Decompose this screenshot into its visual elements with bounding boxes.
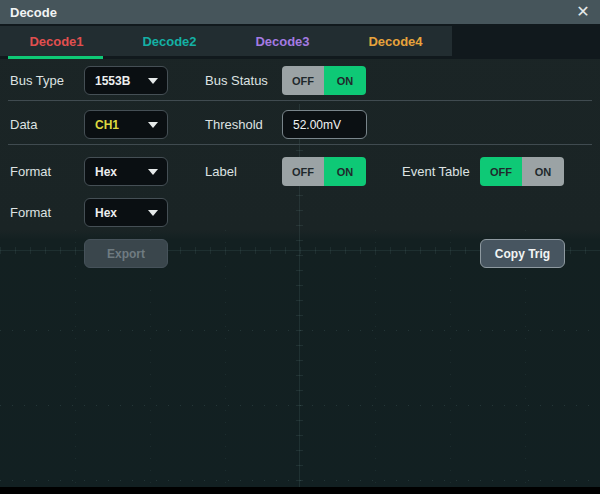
copy-trig-button[interactable]: Copy Trig <box>480 239 565 268</box>
tab-label: Decode2 <box>142 34 196 49</box>
data-dropdown[interactable]: CH1 <box>84 110 168 139</box>
row-divider <box>8 144 592 145</box>
row-divider <box>8 100 592 101</box>
label-toggle-label: Label <box>205 157 237 186</box>
chevron-down-icon <box>148 122 158 128</box>
label-toggle: OFF ON <box>282 157 366 186</box>
format2-dropdown[interactable]: Hex <box>84 198 168 227</box>
graticule-grid-line <box>0 480 600 481</box>
bus-status-off-option[interactable]: OFF <box>282 66 324 95</box>
data-value: CH1 <box>95 118 119 132</box>
graticule-grid-line <box>225 230 226 487</box>
event-table-toggle: OFF ON <box>480 157 564 186</box>
tab-decode2[interactable]: Decode2 <box>113 26 226 56</box>
data-label: Data <box>10 110 37 139</box>
bus-status-toggle: OFF ON <box>282 66 366 95</box>
threshold-value: 52.00mV <box>293 118 341 132</box>
tab-decode3[interactable]: Decode3 <box>226 26 339 56</box>
graticule-grid-line <box>375 230 376 487</box>
window-title: Decode <box>10 5 57 20</box>
graticule-vertical-ticks <box>296 150 303 487</box>
label-off-option[interactable]: OFF <box>282 157 324 186</box>
graticule-grid-line <box>450 230 451 487</box>
bus-type-label: Bus Type <box>10 66 64 95</box>
chevron-down-icon <box>148 210 158 216</box>
event-table-off-option[interactable]: OFF <box>480 157 522 186</box>
title-bar: Decode ✕ <box>0 0 600 24</box>
bus-status-on-option[interactable]: ON <box>324 66 366 95</box>
tab-label: Decode1 <box>29 34 83 49</box>
tab-label: Decode4 <box>368 34 422 49</box>
label-on-option[interactable]: ON <box>324 157 366 186</box>
decode-menu-window: Decode ✕ Decode1Decode2Decode3Decode4 Bu… <box>0 0 600 494</box>
bottom-edge-bar <box>0 487 600 494</box>
tab-row: Decode1Decode2Decode3Decode4 <box>0 24 600 59</box>
graticule-grid-line <box>0 405 600 406</box>
graticule-grid-line <box>75 230 76 487</box>
chevron-down-icon <box>148 169 158 175</box>
event-table-on-option[interactable]: ON <box>522 157 564 186</box>
export-button[interactable]: Export <box>84 239 168 268</box>
bus-status-label: Bus Status <box>205 66 268 95</box>
threshold-label: Threshold <box>205 110 263 139</box>
bus-type-dropdown[interactable]: 1553B <box>84 66 168 95</box>
bus-type-value: 1553B <box>95 74 130 88</box>
close-button[interactable]: ✕ <box>572 2 594 22</box>
format2-value: Hex <box>95 206 117 220</box>
close-icon: ✕ <box>576 4 589 20</box>
chevron-down-icon <box>148 78 158 84</box>
tab-label: Decode3 <box>255 34 309 49</box>
format-value: Hex <box>95 165 117 179</box>
event-table-label: Event Table <box>402 157 470 186</box>
format-label: Format <box>10 157 51 186</box>
format2-label: Format <box>10 198 51 227</box>
graticule-grid-line <box>0 330 600 331</box>
tab-decode4[interactable]: Decode4 <box>339 26 452 56</box>
format-dropdown[interactable]: Hex <box>84 157 168 186</box>
threshold-input[interactable]: 52.00mV <box>282 110 367 139</box>
tab-decode1[interactable]: Decode1 <box>0 26 113 56</box>
graticule-grid-line <box>150 230 151 487</box>
graticule-grid-line <box>525 230 526 487</box>
tab-strip: Decode1Decode2Decode3Decode4 <box>0 26 452 56</box>
